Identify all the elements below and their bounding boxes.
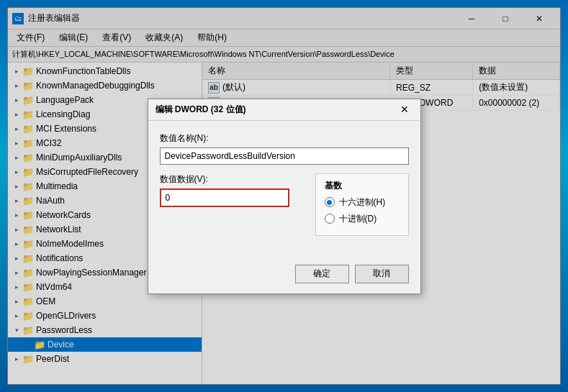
- value-data-input[interactable]: [160, 188, 289, 207]
- dialog-overlay: 编辑 DWORD (32 位值) ✕ 数值名称(N): 数值数据(V): 基数 …: [0, 0, 568, 392]
- value-data-label: 数值数据(V):: [160, 173, 301, 186]
- radio-dec-label: 十进制(D): [339, 213, 377, 225]
- dialog-row: 数值数据(V): 基数 十六进制(H) 十进制(D): [160, 173, 409, 236]
- radix-col: 基数 十六进制(H) 十进制(D): [315, 173, 409, 236]
- value-name-input[interactable]: [160, 147, 409, 165]
- radio-hex-label: 十六进制(H): [339, 196, 386, 209]
- dialog-body: 数值名称(N): 数值数据(V): 基数 十六进制(H) 十进制(D): [148, 121, 420, 259]
- ok-button[interactable]: 确定: [295, 265, 349, 283]
- dialog-title-bar: 编辑 DWORD (32 位值) ✕: [148, 99, 420, 121]
- radio-hex[interactable]: 十六进制(H): [325, 196, 400, 209]
- radio-dec[interactable]: 十进制(D): [325, 213, 400, 225]
- dialog-close-button[interactable]: ✕: [396, 101, 413, 117]
- dialog-title: 编辑 DWORD (32 位值): [155, 104, 246, 116]
- value-name-label: 数值名称(N):: [160, 132, 409, 145]
- dialog-footer: 确定 取消: [148, 259, 420, 293]
- cancel-button[interactable]: 取消: [355, 265, 409, 283]
- radix-title: 基数: [325, 180, 400, 192]
- edit-dialog: 编辑 DWORD (32 位值) ✕ 数值名称(N): 数值数据(V): 基数 …: [148, 99, 421, 294]
- value-col: 数值数据(V):: [160, 173, 301, 216]
- radio-dec-circle: [325, 214, 335, 224]
- radio-hex-circle: [325, 197, 335, 207]
